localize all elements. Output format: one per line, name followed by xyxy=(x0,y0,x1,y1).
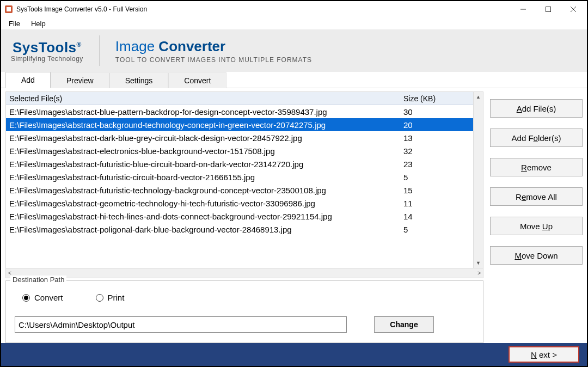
table-row[interactable]: E:\Files\Images\abstract-blue-pattern-ba… xyxy=(6,105,473,118)
file-list-header: Selected File(s) Size (KB) xyxy=(6,92,473,105)
move-down-button[interactable]: Move Down xyxy=(490,246,583,265)
svg-rect-1 xyxy=(7,7,11,11)
table-row[interactable]: E:\Files\Images\abstract-hi-tech-lines-a… xyxy=(6,210,473,223)
close-button[interactable] xyxy=(561,1,586,17)
radio-convert[interactable]: Convert xyxy=(22,293,63,302)
remove-all-button[interactable]: Remove All xyxy=(490,187,583,206)
file-path-cell: E:\Files\Images\abstract-blue-pattern-ba… xyxy=(6,107,402,117)
table-row[interactable]: E:\Files\Images\abstract-dark-blue-grey-… xyxy=(6,131,473,144)
file-size-cell: 14 xyxy=(402,212,473,221)
table-row[interactable]: E:\Files\Images\abstract-poligonal-dark-… xyxy=(6,223,473,236)
tab-convert[interactable]: Convert xyxy=(168,72,226,88)
destination-path-group: Destination Path Convert Print Change xyxy=(5,280,483,343)
file-path-cell: E:\Files\Images\abstract-electronics-blu… xyxy=(6,146,402,156)
table-row[interactable]: E:\Files\Images\abstract-futuristic-tech… xyxy=(6,184,473,197)
vertical-scrollbar[interactable]: ▲ ▼ xyxy=(473,92,483,268)
file-path-cell: E:\Files\Images\abstract-hi-tech-lines-a… xyxy=(6,212,402,221)
table-row[interactable]: E:\Files\Images\abstract-geometric-techn… xyxy=(6,197,473,210)
table-row[interactable]: E:\Files\Images\abstract-background-tech… xyxy=(6,118,473,131)
file-size-cell: 5 xyxy=(402,225,473,234)
add-folders-button[interactable]: Add Folder(s) xyxy=(490,129,583,147)
menu-file[interactable]: File xyxy=(3,19,26,29)
file-size-cell: 11 xyxy=(402,199,473,208)
file-size-cell: 13 xyxy=(402,133,473,143)
app-icon xyxy=(4,5,13,14)
file-path-cell: E:\Files\Images\abstract-dark-blue-grey-… xyxy=(6,133,402,143)
brand-divider xyxy=(100,35,100,66)
destination-path-input[interactable] xyxy=(15,316,347,333)
minimize-button[interactable] xyxy=(511,1,536,17)
file-path-cell: E:\Files\Images\abstract-background-tech… xyxy=(6,120,402,130)
file-path-cell: E:\Files\Images\abstract-futuristic-blue… xyxy=(6,160,402,169)
brand-tagline: Simplifying Technology xyxy=(11,55,83,63)
window-title: SysTools Image Converter v5.0 - Full Ver… xyxy=(16,5,511,13)
file-list: Selected File(s) Size (KB) E:\Files\Imag… xyxy=(5,91,483,278)
product-subtitle: TOOL TO CONVERT IMAGES INTO MULTIPLE FOR… xyxy=(115,56,312,64)
file-path-cell: E:\Files\Images\abstract-futuristic-tech… xyxy=(6,186,402,195)
file-size-cell: 30 xyxy=(402,107,473,117)
menubar: File Help xyxy=(1,17,587,29)
column-header-file[interactable]: Selected File(s) xyxy=(6,94,402,103)
tab-settings[interactable]: Settings xyxy=(109,72,169,88)
file-size-cell: 15 xyxy=(402,186,473,195)
remove-button[interactable]: Remove xyxy=(490,158,583,176)
svg-rect-3 xyxy=(546,7,551,12)
move-up-button[interactable]: Move Up xyxy=(490,217,583,235)
titlebar: SysTools Image Converter v5.0 - Full Ver… xyxy=(1,1,587,17)
horizontal-scrollbar[interactable]: < > xyxy=(6,268,483,278)
column-header-size[interactable]: Size (KB) xyxy=(402,94,473,103)
scroll-down-icon[interactable]: ▼ xyxy=(474,258,483,268)
file-path-cell: E:\Files\Images\abstract-geometric-techn… xyxy=(6,199,402,208)
file-size-cell: 32 xyxy=(402,146,473,156)
tab-add[interactable]: Add xyxy=(5,72,51,88)
destination-legend: Destination Path xyxy=(10,276,66,284)
file-size-cell: 5 xyxy=(402,173,473,182)
add-files-button[interactable]: Add File(s) xyxy=(490,99,583,118)
maximize-button[interactable] xyxy=(536,1,561,17)
radio-print[interactable]: Print xyxy=(96,293,125,302)
file-path-cell: E:\Files\Images\abstract-poligonal-dark-… xyxy=(6,225,402,234)
table-row[interactable]: E:\Files\Images\abstract-futuristic-circ… xyxy=(6,170,473,184)
brand-header: SysTools® Simplifying Technology Image C… xyxy=(1,29,587,72)
table-row[interactable]: E:\Files\Images\abstract-electronics-blu… xyxy=(6,144,473,157)
next-button[interactable]: Next > xyxy=(509,346,579,363)
change-button[interactable]: Change xyxy=(374,316,434,333)
product-title: Image Converter xyxy=(115,38,312,55)
menu-help[interactable]: Help xyxy=(26,19,51,29)
tabstrip: Add Preview Settings Convert xyxy=(1,72,587,88)
brand-logo: SysTools® xyxy=(13,39,82,56)
tab-preview[interactable]: Preview xyxy=(51,72,109,88)
table-row[interactable]: E:\Files\Images\abstract-futuristic-blue… xyxy=(6,157,473,170)
file-path-cell: E:\Files\Images\abstract-futuristic-circ… xyxy=(6,173,402,182)
file-size-cell: 23 xyxy=(402,160,473,169)
scroll-up-icon[interactable]: ▲ xyxy=(474,92,483,102)
scroll-right-icon[interactable]: > xyxy=(477,270,481,276)
file-size-cell: 20 xyxy=(402,120,473,130)
footer-bar: Next > xyxy=(1,343,587,366)
